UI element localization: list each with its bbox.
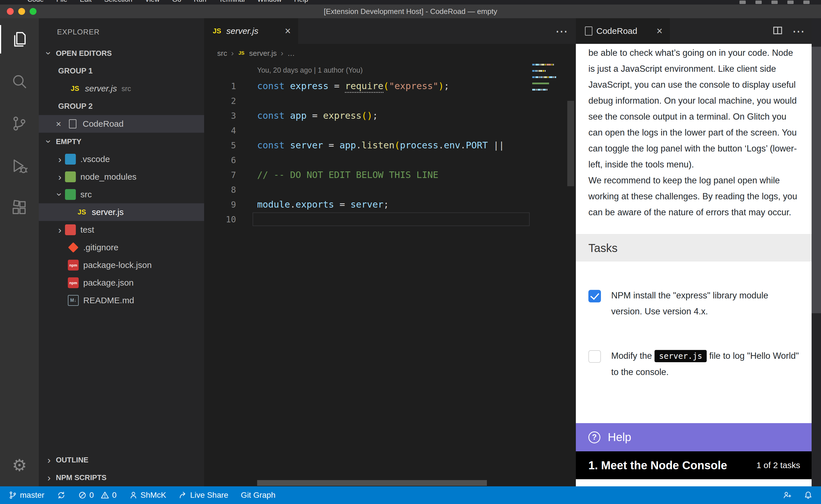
- breadcrumb[interactable]: src › server.js › …: [204, 44, 576, 63]
- explorer-sidebar: EXPLORER › OPEN EDITORS GROUP 1 server.j…: [39, 18, 204, 486]
- menu-terminal[interactable]: Terminal: [219, 0, 245, 5]
- sync-status[interactable]: [57, 491, 66, 499]
- open-editor-detail: src: [121, 85, 131, 93]
- tree-item-readme-md[interactable]: README.md: [39, 292, 204, 309]
- run-debug-icon[interactable]: [0, 145, 39, 187]
- menu-edit[interactable]: Edit: [80, 0, 91, 5]
- code-line-1[interactable]: 1const express = require("express");: [204, 79, 576, 93]
- tree-item-package-json[interactable]: package.json: [39, 274, 204, 292]
- js-file-icon: [212, 26, 223, 36]
- tree-item--gitignore[interactable]: .gitignore: [39, 239, 204, 256]
- explorer-icon[interactable]: [0, 18, 39, 60]
- code-text: const app = express();: [257, 110, 378, 121]
- line-number: 7: [204, 170, 236, 180]
- file-icon: [69, 119, 76, 128]
- editor-vertical-scrollbar[interactable]: [567, 101, 574, 186]
- open-editor-server-js[interactable]: server.js src: [39, 80, 204, 97]
- git-graph-status[interactable]: Git Graph: [241, 491, 275, 500]
- code-line-6[interactable]: 6: [204, 153, 576, 167]
- open-editor-coderoad[interactable]: × CodeRoad: [39, 115, 204, 133]
- minimap[interactable]: [530, 64, 556, 95]
- close-tab-icon[interactable]: ×: [648, 25, 663, 37]
- editor-more-actions-icon[interactable]: ⋯: [555, 18, 568, 44]
- line-number: 3: [204, 111, 236, 121]
- code-chip: server.js: [655, 350, 707, 362]
- minimap-line: [532, 64, 556, 65]
- menu-run[interactable]: Run: [194, 0, 207, 5]
- editor-horizontal-scrollbar[interactable]: [257, 480, 487, 486]
- breadcrumb-symbol[interactable]: …: [287, 49, 295, 58]
- codelens-annotation[interactable]: You, 20 days ago | 1 author (You): [257, 66, 363, 74]
- menu-view[interactable]: View: [145, 0, 160, 5]
- task-label: Modify the server.js file to log "Hello …: [611, 348, 799, 380]
- sidebar-title: EXPLORER: [39, 18, 204, 44]
- close-window-button[interactable]: [7, 8, 14, 15]
- tree-item-test[interactable]: ›test: [39, 221, 204, 239]
- task-checkbox-unchecked[interactable]: [588, 350, 601, 363]
- settings-gear-icon[interactable]: ⚙: [0, 448, 39, 482]
- line-number: 6: [204, 155, 236, 165]
- open-editors-header[interactable]: › OPEN EDITORS: [39, 44, 204, 62]
- code-line-10[interactable]: 10: [204, 212, 576, 227]
- live-share-status[interactable]: Live Share: [179, 491, 228, 500]
- tree-item--vscode[interactable]: ›.vscode: [39, 150, 204, 168]
- code-line-5[interactable]: 5const server = app.listen(process.env.P…: [204, 138, 576, 153]
- help-bar[interactable]: ? Help: [576, 423, 812, 451]
- outline-section-header[interactable]: › OUTLINE: [39, 451, 204, 469]
- code-line-2[interactable]: 2: [204, 93, 576, 108]
- panel-scrollbar-thumb[interactable]: [812, 47, 821, 313]
- close-tab-icon[interactable]: ×: [276, 25, 291, 37]
- split-editor-icon[interactable]: [773, 26, 783, 36]
- code-editor[interactable]: You, 20 days ago | 1 author (You) 1const…: [204, 63, 576, 486]
- close-icon[interactable]: ×: [56, 119, 67, 129]
- panel-more-actions-icon[interactable]: ⋯: [792, 24, 805, 38]
- code-line-9[interactable]: 9module.exports = server;: [204, 197, 576, 212]
- tree-item-src[interactable]: ›src: [39, 186, 204, 203]
- editor-tab-bar: server.js × ⋯: [204, 18, 576, 44]
- tree-item-node-modules[interactable]: ›node_modules: [39, 168, 204, 186]
- problems-status[interactable]: 0 0: [78, 491, 116, 500]
- menu-code[interactable]: Code: [27, 0, 44, 5]
- code-lines[interactable]: 1const express = require("express");23co…: [204, 79, 576, 227]
- panel-scrollbar[interactable]: [812, 18, 821, 486]
- menu-file[interactable]: File: [56, 0, 67, 5]
- breadcrumb-folder[interactable]: src: [217, 49, 227, 58]
- workspace-section-header[interactable]: › EMPTY: [39, 133, 204, 150]
- extensions-icon[interactable]: [0, 187, 39, 229]
- source-control-icon[interactable]: [0, 103, 39, 145]
- code-line-4[interactable]: 4: [204, 123, 576, 138]
- menu-window[interactable]: Window: [257, 0, 281, 5]
- code-line-3[interactable]: 3const app = express();: [204, 108, 576, 123]
- chevron-right-icon: ›: [44, 455, 54, 465]
- tree-item-package-lock-json[interactable]: package-lock.json: [39, 256, 204, 274]
- search-icon[interactable]: [0, 60, 39, 103]
- line-number: 2: [204, 96, 236, 106]
- chevron-down-icon: ›: [44, 48, 54, 58]
- menu-go[interactable]: Go: [172, 0, 181, 5]
- zoom-window-button[interactable]: [30, 8, 36, 15]
- menu-help[interactable]: Help: [294, 0, 308, 5]
- code-line-7[interactable]: 7// -- DO NOT EDIT BELOW THIS LINE: [204, 167, 576, 182]
- person-icon: [129, 491, 138, 499]
- account-status[interactable]: ShMcK: [129, 491, 166, 500]
- tree-item-server-js[interactable]: server.js: [39, 203, 204, 221]
- git-branch-status[interactable]: master: [9, 491, 44, 500]
- tab-server-js[interactable]: server.js ×: [204, 18, 298, 44]
- tab-coderoad[interactable]: CodeRoad ×: [576, 18, 670, 44]
- minimize-window-button[interactable]: [18, 8, 25, 15]
- outline-label: OUTLINE: [56, 456, 88, 464]
- npm-scripts-section-header[interactable]: › NPM SCRIPTS: [39, 469, 204, 486]
- code-line-8[interactable]: 8: [204, 182, 576, 197]
- breadcrumb-file[interactable]: server.js: [249, 49, 277, 58]
- line-number: 5: [204, 140, 236, 150]
- task-checkbox-checked[interactable]: [588, 290, 601, 302]
- file-name: package.json: [83, 278, 134, 288]
- npm-scripts-label: NPM SCRIPTS: [56, 473, 107, 482]
- feedback-icon[interactable]: [783, 491, 791, 499]
- git-branch-icon: [9, 491, 17, 499]
- notifications-bell-icon[interactable]: [804, 491, 812, 499]
- lesson-footer[interactable]: 1. Meet the Node Console 1 of 2 tasks: [576, 451, 812, 479]
- sidebar-spacer: [39, 309, 204, 451]
- open-editor-name: server.js: [85, 84, 117, 93]
- menu-selection[interactable]: Selection: [104, 0, 132, 5]
